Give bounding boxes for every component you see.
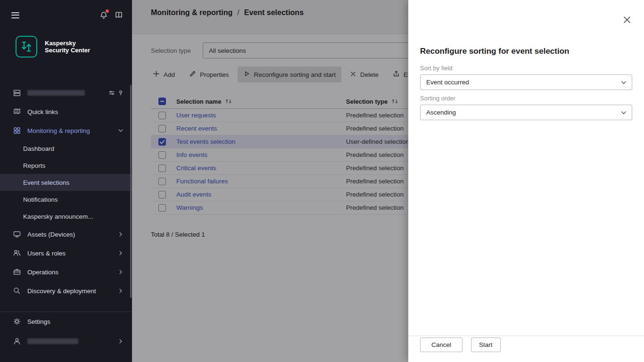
logo-title: Kaspersky bbox=[45, 40, 90, 47]
app-logo: Kaspersky Security Center bbox=[0, 30, 132, 58]
sidebar-item-monitoring[interactable]: Monitoring & reporting bbox=[0, 121, 132, 140]
drawer-footer: Cancel Start bbox=[408, 336, 644, 362]
chevron-right-icon bbox=[117, 288, 124, 294]
chevron-right-icon bbox=[117, 338, 124, 345]
sidebar-nav: Quick links Monitoring & reporting Dashb… bbox=[0, 83, 132, 331]
sidebar-top-bar bbox=[0, 0, 132, 30]
documentation-book-icon[interactable] bbox=[115, 11, 123, 19]
sort-by-field-value: Event occurred bbox=[426, 79, 469, 86]
sorting-order-dropdown[interactable]: Ascending bbox=[420, 105, 632, 120]
drawer-title: Reconfigure sorting for event selection bbox=[420, 47, 569, 56]
sidebar-item-operations[interactable]: Operations bbox=[0, 263, 132, 281]
sidebar-item-label: Quick links bbox=[27, 108, 58, 115]
sidebar-item-label: Operations bbox=[27, 269, 58, 276]
sidebar: Kaspersky Security Center bbox=[0, 0, 132, 362]
app-window: Kaspersky Security Center bbox=[0, 0, 644, 362]
map-icon bbox=[13, 107, 21, 116]
kaspersky-logo-icon bbox=[16, 36, 37, 58]
briefcase-icon bbox=[13, 268, 21, 276]
notification-badge bbox=[106, 9, 109, 13]
sort-by-field-dropdown[interactable]: Event occurred bbox=[420, 74, 632, 90]
sidebar-item-label: Discovery & deployment bbox=[27, 288, 96, 295]
cancel-button[interactable]: Cancel bbox=[420, 337, 462, 352]
search-icon bbox=[13, 287, 21, 295]
sidebar-item-settings[interactable]: Settings bbox=[0, 312, 132, 331]
sidebar-item-event-selections[interactable]: Event selections bbox=[0, 174, 132, 191]
sort-by-field-label: Sort by field bbox=[420, 65, 453, 72]
chevron-down-icon bbox=[620, 79, 627, 86]
sidebar-item-dashboard[interactable]: Dashboard bbox=[0, 140, 132, 157]
sidebar-item-users-roles[interactable]: Users & roles bbox=[0, 244, 132, 263]
chevron-right-icon bbox=[117, 231, 124, 238]
chevron-right-icon bbox=[117, 269, 124, 275]
sidebar-item-label: Users & roles bbox=[27, 250, 66, 257]
chevron-right-icon bbox=[117, 250, 124, 256]
sidebar-item-notifications[interactable]: Notifications bbox=[0, 191, 132, 208]
sidebar-item-assets[interactable]: Assets (Devices) bbox=[0, 225, 132, 244]
monitor-icon bbox=[13, 230, 21, 239]
gear-icon bbox=[13, 317, 21, 326]
close-icon[interactable] bbox=[622, 15, 632, 25]
sidebar-item-announcements[interactable]: Kaspersky announcem... bbox=[0, 208, 132, 225]
sidebar-item-discovery[interactable]: Discovery & deployment bbox=[0, 281, 132, 300]
sidebar-item-current-user[interactable] bbox=[0, 332, 132, 351]
sidebar-scrollbar[interactable] bbox=[130, 85, 132, 298]
sliders-icon[interactable] bbox=[108, 90, 115, 96]
user-name-redacted bbox=[27, 338, 78, 344]
chevron-down-icon bbox=[117, 127, 124, 134]
server-icon bbox=[13, 89, 21, 97]
logo-subtitle: Security Center bbox=[45, 47, 90, 54]
sorting-order-value: Ascending bbox=[426, 109, 456, 116]
grid-icon bbox=[13, 126, 21, 135]
sidebar-item-server[interactable] bbox=[0, 83, 132, 102]
sidebar-item-quick-links[interactable]: Quick links bbox=[0, 102, 132, 121]
menu-icon[interactable] bbox=[11, 12, 19, 18]
sorting-order-label: Sorting order bbox=[420, 95, 455, 102]
sidebar-item-label: Assets (Devices) bbox=[27, 231, 75, 238]
notifications-bell-icon[interactable] bbox=[99, 11, 108, 19]
pin-icon[interactable] bbox=[117, 90, 124, 96]
start-button[interactable]: Start bbox=[471, 337, 501, 352]
person-icon bbox=[13, 337, 21, 346]
sidebar-item-reports[interactable]: Reports bbox=[0, 157, 132, 174]
reconfigure-sorting-drawer: Reconfigure sorting for event selection … bbox=[408, 0, 644, 362]
users-icon bbox=[13, 249, 21, 257]
chevron-down-icon bbox=[620, 109, 627, 116]
server-name-redacted bbox=[27, 90, 85, 96]
sidebar-item-label: Settings bbox=[27, 318, 50, 325]
sidebar-item-label: Monitoring & reporting bbox=[27, 127, 90, 134]
